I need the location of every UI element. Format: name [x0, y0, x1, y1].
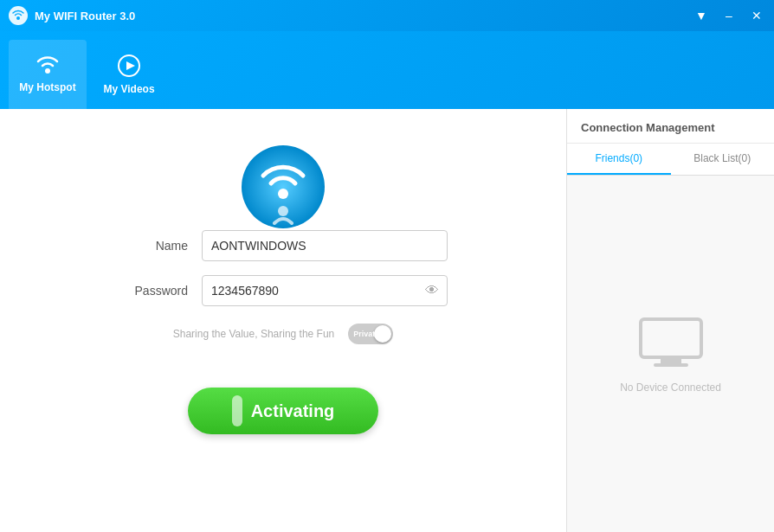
- no-device-text: No Device Connected: [620, 381, 721, 394]
- svg-marker-4: [126, 61, 135, 70]
- activate-label: Activating: [251, 401, 335, 421]
- hotspot-nav-icon: [35, 55, 61, 76]
- name-input[interactable]: [202, 230, 448, 261]
- svg-rect-9: [661, 358, 681, 363]
- password-input[interactable]: [202, 275, 448, 306]
- svg-point-7: [278, 206, 288, 216]
- close-button[interactable]: ✕: [748, 7, 765, 24]
- toggle-label: Private: [353, 330, 379, 338]
- svg-rect-10: [654, 363, 688, 367]
- eye-icon[interactable]: 👁: [425, 283, 439, 298]
- activate-btn-wrapper: Activating: [188, 388, 378, 434]
- svg-rect-8: [641, 319, 701, 357]
- tab-videos[interactable]: My Videos: [90, 40, 168, 109]
- form-section: Name Password 👁 Sharing the Value, Shari…: [119, 230, 448, 344]
- nav-bar: My Hotspot My Videos: [0, 31, 774, 109]
- videos-nav-icon: [117, 54, 141, 78]
- password-label: Password: [119, 284, 188, 298]
- right-panel: Connection Management Friends(0) Black L…: [566, 109, 774, 532]
- sharing-row: Sharing the Value, Sharing the Fun Priva…: [119, 324, 448, 344]
- tab-hotspot[interactable]: My Hotspot: [9, 40, 87, 109]
- activate-indicator: [232, 395, 242, 426]
- minimize-button[interactable]: –: [720, 7, 738, 24]
- password-row: Password 👁: [119, 275, 448, 306]
- hotspot-tab-label: My Hotspot: [19, 81, 75, 93]
- name-row: Name: [119, 230, 448, 261]
- main-content: Name Password 👁 Sharing the Value, Shari…: [0, 109, 774, 532]
- activate-button[interactable]: Activating: [188, 388, 378, 434]
- tab-blacklist[interactable]: Black List(0): [671, 144, 775, 175]
- app-title: My WIFI Router 3.0: [35, 10, 135, 22]
- connection-management-title: Connection Management: [567, 109, 774, 144]
- hotspot-logo-icon: [240, 144, 326, 230]
- no-device-area: No Device Connected: [567, 176, 774, 532]
- monitor-icon: [636, 315, 706, 371]
- svg-point-0: [9, 6, 28, 25]
- svg-point-1: [16, 16, 20, 20]
- left-panel: Name Password 👁 Sharing the Value, Shari…: [0, 109, 566, 532]
- sharing-text: Sharing the Value, Sharing the Fun: [173, 328, 335, 340]
- toggle-wrapper: Private: [348, 324, 393, 344]
- name-label: Name: [119, 239, 188, 253]
- password-wrapper: 👁: [202, 275, 448, 306]
- svg-point-6: [278, 189, 288, 199]
- svg-point-2: [45, 68, 50, 74]
- videos-tab-label: My Videos: [103, 83, 154, 95]
- tab-friends[interactable]: Friends(0): [567, 144, 671, 175]
- private-toggle[interactable]: Private: [348, 324, 393, 344]
- signal-icon: ▼: [693, 7, 710, 24]
- title-bar: My WIFI Router 3.0 ▼ – ✕: [0, 0, 774, 31]
- connection-tabs: Friends(0) Black List(0): [567, 144, 774, 176]
- app-logo-icon: [9, 6, 28, 25]
